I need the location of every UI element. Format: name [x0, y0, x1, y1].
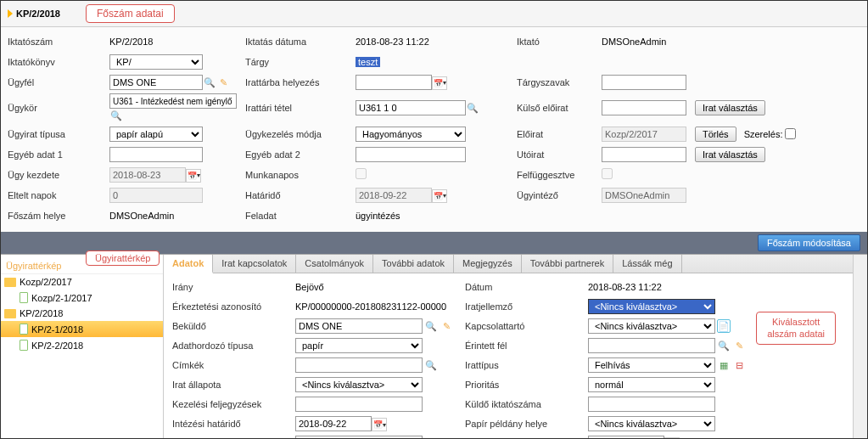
label-utoirat: Utóirat [517, 149, 602, 160]
label-targy: Tárgy [245, 57, 356, 67]
input-irattari-tetel[interactable] [356, 100, 466, 115]
select-field[interactable]: papír [295, 338, 423, 353]
select-field[interactable]: <Nincs kiválasztva> [588, 299, 715, 314]
page-icon[interactable]: 📄 [717, 319, 731, 333]
detail-label: Adathordozó típusa [172, 341, 295, 351]
document-icon [20, 324, 28, 335]
text-input[interactable] [295, 318, 423, 334]
torles-button[interactable]: Törlés [695, 127, 736, 142]
tab-irat-kapcsolatok[interactable]: Irat kapcsolatok [213, 255, 296, 273]
select-field[interactable]: normál [588, 377, 715, 392]
detail-value: 2018-08-23 11:22 [588, 282, 758, 292]
tree-item-label: KP/2-1/2018 [31, 324, 83, 335]
input-eltelt-napok [109, 188, 203, 203]
text-input[interactable] [295, 397, 423, 412]
value-targy-selected[interactable]: teszt [356, 57, 380, 67]
tab-csatolmányok[interactable]: Csatolmányok [296, 255, 373, 273]
callout-ugyiratterkep: Ügyirattérkép [86, 250, 160, 266]
callout-alszam: Kiválasztottalszám adatai [756, 312, 836, 345]
select-ugykezeles-modja[interactable]: Hagyományos [356, 127, 466, 142]
select-iktatokonyv[interactable]: KP/ [109, 54, 203, 70]
tab-lássák-még[interactable]: Lássák még [613, 255, 681, 273]
detail-label: Iratjellemző [465, 301, 588, 312]
detail-value: 📅▾ [295, 416, 465, 431]
select-ugyirat-tipusa[interactable]: papír alapú [109, 127, 203, 142]
static-value: KP/00000000-201808231122-00000 [295, 301, 446, 312]
select-field[interactable]: <Nincs kiválasztva> [295, 377, 423, 392]
calendar-icon[interactable]: 📅▾ [432, 76, 447, 90]
tree-item[interactable]: Kozp/2/2017 [1, 274, 163, 290]
calendar-icon[interactable]: 📅▾ [372, 418, 387, 431]
tree-item[interactable]: KP/2/2018 [1, 306, 163, 321]
text-input[interactable] [588, 338, 715, 353]
text-input[interactable] [295, 357, 423, 373]
input-egyeb1[interactable] [109, 147, 203, 162]
detail-label: Irattípus [465, 360, 588, 370]
input-utoirat[interactable] [602, 147, 686, 162]
foszam-modositasa-button[interactable]: Főszám módosítása [758, 234, 860, 251]
clear-icon[interactable]: ⊟ [732, 358, 746, 372]
calendar-icon[interactable]: 📅▾ [186, 169, 201, 183]
grid-icon[interactable]: ▦ [717, 358, 731, 372]
label-feladat: Feladat [245, 211, 356, 221]
label-eloirat: Előirat [517, 129, 602, 139]
label-irattari-tetel: Irattári tétel [245, 103, 356, 113]
irat-valasztas-button-2[interactable]: Irat választás [695, 147, 765, 162]
input-ugykor[interactable] [109, 93, 237, 109]
select-field[interactable]: <Nincs kiválasztva> [588, 318, 715, 334]
calendar-icon[interactable]: 📅▾ [432, 189, 447, 203]
detail-label: Beküldő [172, 321, 295, 331]
detail-value: <Nincs kiválasztva> [588, 299, 758, 314]
edit-icon[interactable]: ✎ [732, 339, 746, 352]
tab-megjegyzés[interactable]: Megjegyzés [454, 255, 522, 273]
scrollbar[interactable] [853, 255, 867, 439]
edit-icon[interactable]: ✎ [216, 76, 230, 89]
expand-arrow-icon[interactable] [8, 9, 13, 18]
tree-item[interactable]: KP/2-1/2018 [1, 321, 163, 337]
text-input[interactable] [295, 436, 423, 439]
folder-icon [4, 309, 16, 318]
checkbox-felfuggesztve [602, 168, 613, 179]
search-icon[interactable]: 🔍 [424, 319, 438, 333]
tree-item-label: KP/2-2/2018 [31, 341, 83, 351]
label-egyeb1: Egyéb adat 1 [8, 149, 109, 160]
input-ugyfel[interactable] [109, 75, 203, 90]
tab-további-partnerek[interactable]: További partnerek [522, 255, 613, 273]
date-input[interactable] [295, 416, 372, 431]
input-kulso-eloirat[interactable] [602, 100, 686, 115]
input-targyszavak[interactable] [602, 75, 686, 90]
tab-adatok[interactable]: Adatok [164, 255, 213, 273]
detail-label: Dátum [465, 282, 588, 292]
search-icon[interactable]: 🔍 [109, 109, 123, 122]
tree-item-label: KP/2/2018 [20, 308, 63, 318]
detail-value: 🔍✎ [295, 318, 465, 334]
search-icon[interactable]: 🔍 [424, 358, 438, 372]
label-iktato: Iktató [517, 37, 602, 47]
value-iktatas-datuma: 2018-08-23 11:22 [356, 37, 517, 47]
tree-item[interactable]: KP/2-2/2018 [1, 337, 163, 353]
irat-valasztas-button[interactable]: Irat választás [695, 100, 765, 115]
detail-value [588, 397, 758, 412]
tree-item[interactable]: Kozp/2-1/2017 [1, 290, 163, 306]
input-irattarba[interactable] [356, 75, 432, 90]
search-icon[interactable]: 🔍 [717, 339, 731, 352]
main-form: Iktatószám KP/2/2018 Iktatás dátuma 2018… [1, 27, 867, 232]
search-icon[interactable]: 🔍 [466, 102, 479, 115]
input-egyeb2[interactable] [356, 147, 466, 162]
detail-value: normál [588, 377, 758, 392]
search-icon[interactable]: 🔍 [203, 76, 216, 89]
edit-icon[interactable]: ✎ [440, 319, 453, 333]
text-input[interactable] [588, 397, 715, 412]
detail-label: Irány [172, 282, 295, 292]
label-felfuggesztve: Felfüggesztve [517, 170, 602, 180]
select-field[interactable]: <Nincs kiválasztva> [588, 416, 715, 431]
value-feladat: ügyintézés [356, 211, 517, 221]
document-icon [20, 292, 28, 303]
label-munkanapos: Munkanapos [245, 170, 356, 180]
detail-label: Címkék [172, 360, 295, 370]
date-input[interactable] [588, 436, 664, 439]
checkbox-szereles[interactable] [785, 128, 796, 139]
select-field[interactable]: Felhívás [588, 357, 715, 373]
value-iktatoszam: KP/2/2018 [109, 37, 245, 47]
tab-további-adatok[interactable]: További adatok [373, 255, 454, 273]
